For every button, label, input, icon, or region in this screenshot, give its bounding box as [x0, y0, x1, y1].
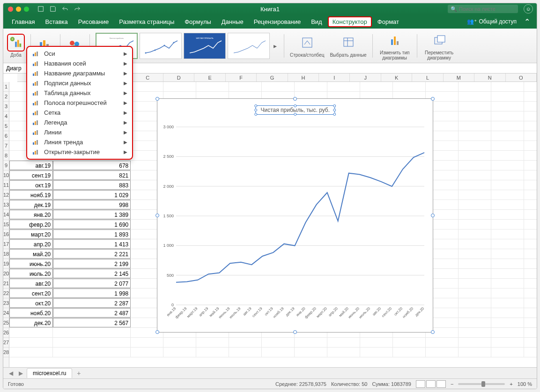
- row-header[interactable]: 24: [3, 308, 9, 318]
- cell[interactable]: [229, 348, 262, 357]
- cell[interactable]: [491, 279, 524, 288]
- cell[interactable]: [459, 318, 491, 327]
- cell[interactable]: дек.20: [9, 318, 53, 327]
- tab-home[interactable]: Главная: [7, 16, 39, 27]
- cell[interactable]: [360, 348, 393, 357]
- cell[interactable]: [459, 220, 491, 229]
- cell[interactable]: [491, 308, 524, 318]
- cell[interactable]: [491, 210, 524, 219]
- sheet-prev[interactable]: ◀: [7, 370, 15, 377]
- cell[interactable]: [459, 180, 491, 190]
- cell[interactable]: дек.19: [9, 200, 53, 209]
- cell[interactable]: [491, 259, 524, 268]
- cell[interactable]: [53, 348, 131, 357]
- cell[interactable]: [524, 259, 537, 268]
- cell[interactable]: авг.19: [9, 161, 53, 170]
- cell[interactable]: [491, 200, 524, 209]
- cell[interactable]: [327, 82, 360, 91]
- change-chart-type-button[interactable]: [386, 31, 404, 49]
- add-sheet[interactable]: +: [74, 370, 83, 377]
- row-header[interactable]: 26: [3, 328, 9, 338]
- cell[interactable]: [295, 338, 327, 347]
- cell[interactable]: [393, 348, 426, 357]
- cell[interactable]: нояб.20: [9, 308, 53, 318]
- cell[interactable]: [524, 141, 537, 150]
- close-window[interactable]: [8, 7, 13, 12]
- cell[interactable]: [491, 348, 524, 357]
- cell[interactable]: 1 893: [53, 229, 131, 239]
- col-header-L[interactable]: L: [412, 74, 443, 81]
- cell[interactable]: сент.19: [9, 170, 53, 180]
- cell[interactable]: [491, 269, 524, 278]
- cell[interactable]: [393, 338, 426, 347]
- cell[interactable]: [491, 131, 524, 141]
- cell[interactable]: [459, 288, 491, 298]
- cell[interactable]: 1 690: [53, 220, 131, 229]
- cell[interactable]: [524, 111, 537, 121]
- cell[interactable]: [524, 82, 537, 91]
- cell[interactable]: [196, 348, 229, 357]
- dropdown-item[interactable]: Таблица данных▶: [27, 88, 132, 98]
- col-header-D[interactable]: D: [163, 74, 194, 81]
- row-header[interactable]: 23: [3, 298, 9, 308]
- cell[interactable]: [524, 328, 537, 337]
- collapse-ribbon[interactable]: ⌃: [521, 17, 533, 26]
- dropdown-item[interactable]: Линии▶: [27, 127, 132, 137]
- cell[interactable]: [524, 298, 537, 308]
- dropdown-item[interactable]: Названия осей▶: [27, 59, 132, 68]
- row-header[interactable]: 16: [3, 229, 9, 239]
- row-header[interactable]: 27: [3, 338, 9, 348]
- tab-design[interactable]: Конструктор: [328, 16, 372, 27]
- row-header[interactable]: 10: [3, 170, 9, 180]
- cell[interactable]: [491, 92, 524, 101]
- styles-next[interactable]: ▸: [272, 33, 278, 59]
- dropdown-item[interactable]: Линия тренда▶: [27, 137, 132, 147]
- cell[interactable]: [524, 220, 537, 229]
- row-header[interactable]: 25: [3, 318, 9, 328]
- cell[interactable]: [524, 308, 537, 318]
- cell[interactable]: февр.20: [9, 220, 53, 229]
- cell[interactable]: [459, 338, 491, 347]
- switch-row-col-button[interactable]: [298, 34, 316, 52]
- row-header[interactable]: 4: [3, 111, 9, 121]
- cell[interactable]: [524, 318, 537, 327]
- cell[interactable]: авг.20: [9, 279, 53, 288]
- cell[interactable]: окт.19: [9, 180, 53, 190]
- cell[interactable]: [53, 338, 131, 347]
- cell[interactable]: [524, 121, 537, 131]
- dropdown-item[interactable]: Открытие-закрытие▶: [27, 147, 132, 157]
- cell[interactable]: [524, 338, 537, 347]
- cell[interactable]: [459, 141, 491, 150]
- view-break[interactable]: [436, 380, 446, 388]
- cell[interactable]: [426, 338, 459, 347]
- undo-icon[interactable]: [61, 5, 69, 13]
- chart-title[interactable]: Чистая прибыль, тыс. руб.: [255, 105, 335, 115]
- cell[interactable]: [459, 111, 491, 121]
- cell[interactable]: [524, 279, 537, 288]
- tab-insert[interactable]: Вставка: [40, 16, 72, 27]
- col-header-J[interactable]: J: [350, 74, 381, 81]
- user-icon[interactable]: ☺: [524, 4, 533, 14]
- cell[interactable]: 821: [53, 170, 131, 180]
- search-input[interactable]: [459, 6, 515, 12]
- cell[interactable]: [491, 239, 524, 249]
- cell[interactable]: [491, 298, 524, 308]
- cell[interactable]: [393, 82, 426, 91]
- row-header[interactable]: 17: [3, 239, 9, 249]
- sheet-next[interactable]: ▶: [17, 370, 25, 377]
- cell[interactable]: [491, 151, 524, 160]
- sheet-tab-1[interactable]: microexcel.ru: [27, 368, 72, 378]
- cell[interactable]: [295, 82, 327, 91]
- row-header[interactable]: 6: [3, 131, 9, 141]
- view-normal[interactable]: [416, 380, 425, 388]
- cell[interactable]: [9, 348, 53, 357]
- cell[interactable]: [491, 229, 524, 239]
- col-header-I[interactable]: I: [319, 74, 350, 81]
- cell[interactable]: [196, 338, 229, 347]
- cell[interactable]: [459, 190, 491, 200]
- cell[interactable]: [491, 338, 524, 347]
- cell[interactable]: [131, 82, 163, 91]
- cell[interactable]: [459, 82, 491, 91]
- cell[interactable]: [524, 288, 537, 298]
- zoom-in[interactable]: +: [510, 381, 512, 387]
